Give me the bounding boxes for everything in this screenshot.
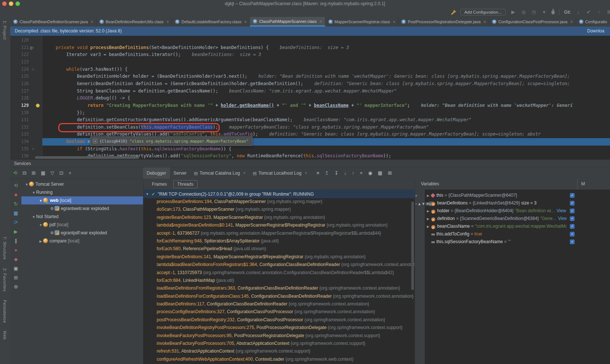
thread-selector[interactable]: ▼ ✔ "RMI TCP Connection(2)-127.0.0.1"@2,… <box>143 190 415 198</box>
push-icon[interactable]: ↑ <box>596 7 602 17</box>
grid-icon[interactable]: ⊞ <box>10 273 21 282</box>
close-tab-icon[interactable]: × <box>320 19 322 24</box>
variable-row[interactable]: oothis.addToConfig = true✓ <box>425 230 610 238</box>
chevron-icon[interactable]: ▼ <box>31 213 36 221</box>
group-by-icon[interactable]: ▦ <box>41 168 45 179</box>
watch-checkbox[interactable]: ✓ <box>570 232 575 237</box>
tab-frames[interactable]: Frames <box>148 180 171 188</box>
debug-icon[interactable] <box>551 10 555 14</box>
editor-tab[interactable]: CBeanDefinitionReaderUtils.class× <box>97 17 172 27</box>
tree-row[interactable]: ▶compare [local] <box>21 237 143 245</box>
tool-window-button-7-structure[interactable]: 7: Structure <box>3 237 7 260</box>
stack-frame-row[interactable]: lambda$loadBeanDefinitionsFromRegistrars… <box>143 261 415 269</box>
variable-row[interactable]: ▶pholder = {BeanDefinitionHolder@6404} "… <box>425 207 610 215</box>
stack-frame-row[interactable]: processConfigBeanDefinitions:327, Config… <box>143 308 415 316</box>
add-service-icon[interactable]: + <box>69 168 72 179</box>
tool-window-button-web[interactable]: Web <box>3 331 7 340</box>
tool-window-button-1-project[interactable]: 1: Project <box>3 21 7 39</box>
watch-checkbox[interactable]: ✓ <box>570 201 575 206</box>
variable-row[interactable]: ▶this = {ClassPathMapperScanner@6407}✓ <box>425 192 610 199</box>
variable-row[interactable]: ▶pbeanDefinitions = {LinkedHashSet@6429}… <box>425 199 610 207</box>
view-link[interactable]: View <box>557 208 566 213</box>
stack-frame-row[interactable]: registerBeanDefinitions:141, MapperScann… <box>143 253 415 261</box>
commit-icon[interactable]: ✔ <box>586 7 592 17</box>
coverage-icon[interactable]: ◎ <box>520 7 526 17</box>
debugger-tab[interactable]: ▤Tomcat Localhost Log× <box>249 168 311 179</box>
intention-bulb-icon[interactable] <box>36 104 40 108</box>
update-project-icon[interactable]: ↓ <box>575 7 581 17</box>
chevron-down-icon[interactable]: ▾ <box>541 7 547 17</box>
code-editor[interactable]: 120121@⊟ private void processBeanDefinit… <box>10 36 610 159</box>
screenshot-icon[interactable]: ▣ <box>10 264 21 273</box>
collapse-all-icon[interactable]: ⊟ <box>22 168 27 179</box>
tool-window-button-2-favorites[interactable]: 2: Favorites <box>3 268 7 291</box>
editor-tab[interactable]: CConfigurationClassPostProcessor.java× <box>489 17 576 27</box>
next-occurrence-icon[interactable]: ↑ <box>352 168 355 179</box>
tab-threads[interactable]: Threads <box>173 180 198 188</box>
stack-frame-row[interactable]: loadBeanDefinitionsForConfigurationClass… <box>143 293 415 300</box>
run-icon[interactable]: ▶ <box>510 7 516 17</box>
run-icon[interactable]: ▶ <box>10 227 21 236</box>
watch-checkbox[interactable]: ✓ <box>570 209 575 213</box>
view-menu-icon[interactable]: ≡ <box>317 168 320 179</box>
stop-icon[interactable]: ■ <box>10 190 21 199</box>
debugger-tab[interactable]: Debugger <box>143 168 170 179</box>
stack-frame-row[interactable]: registerBeanDefinitions:123, MapperScann… <box>143 214 415 221</box>
variable-row[interactable]: ▶pdefinition = {ScannedGenericBeanDefini… <box>425 215 610 223</box>
expand-value-icon[interactable]: + <box>93 139 97 143</box>
stack-frame-row[interactable]: loadBeanDefinitions:117, ConfigurationCl… <box>143 300 415 308</box>
wrench-icon[interactable] <box>451 10 456 15</box>
close-tab-icon[interactable]: × <box>244 20 247 24</box>
filter-icon[interactable]: ▽ <box>50 168 54 179</box>
redeploy-icon[interactable]: ↻ <box>10 199 21 209</box>
chevron-down-icon[interactable]: ▼ <box>146 192 149 196</box>
close-tab-icon[interactable]: × <box>393 20 395 24</box>
close-tab-icon[interactable]: × <box>305 168 307 179</box>
variable-row[interactable]: oothis.sqlSessionFactoryBeanName = ""✓ <box>425 238 610 246</box>
close-tab-icon[interactable]: × <box>570 20 572 24</box>
chevron-icon[interactable]: ▼ <box>38 197 43 205</box>
deploy-all-icon[interactable]: ▦ <box>10 209 21 218</box>
tree-row[interactable]: ▼Tomcat Server <box>21 180 143 188</box>
profiler-icon[interactable]: ◷ <box>531 7 537 17</box>
watch-checkbox[interactable]: ✓ <box>570 216 575 221</box>
close-tab-icon[interactable]: × <box>484 20 486 24</box>
stack-frame-row[interactable]: invokeBeanFactoryPostProcessors:95, Post… <box>143 332 415 340</box>
frames-scrollbar[interactable] <box>411 202 414 290</box>
table-view-icon[interactable]: ▦ <box>378 168 382 179</box>
fold-marker-icon[interactable]: ⊟ <box>32 44 34 52</box>
stack-frame-row[interactable]: lambda$registerBeanDefinitions$0:141, Ma… <box>143 221 415 229</box>
editor-tab[interactable]: CPostProcessorRegistrationDelegate.java× <box>398 17 489 27</box>
stack-frame-row[interactable]: forEach:684, LinkedHashMap {java.util} <box>143 277 415 284</box>
chevron-icon[interactable]: ▼ <box>31 189 36 197</box>
pin-tab-icon[interactable]: ◉ <box>368 168 372 179</box>
close-tab-icon[interactable]: × <box>167 20 169 24</box>
tree-row[interactable]: ▼Running <box>21 188 143 196</box>
tree-row[interactable]: ⚙egrantweb:war exploded <box>21 204 143 213</box>
settings-icon[interactable]: ⚙ <box>10 282 21 291</box>
stack-frame-row[interactable]: loadBeanDefinitionsFromRegistrars:363, C… <box>143 284 415 292</box>
editor-tab[interactable]: CConfiguratio <box>576 17 610 27</box>
variable-row[interactable]: ▶pbeanClassName = "com.iris.egrant.app.w… <box>425 223 610 230</box>
fold-marker-icon[interactable]: ⊟ <box>32 66 34 73</box>
move-up-icon[interactable]: ▲ <box>417 202 421 206</box>
view-link[interactable]: View <box>558 216 567 221</box>
prev-occurrence-icon[interactable]: ↓ <box>344 168 346 179</box>
tree-row[interactable]: ▼▶web [local] <box>21 196 143 204</box>
stack-frame-row[interactable]: doScan:173, ClassPathMapperScanner {org.… <box>143 206 415 213</box>
update-resources-icon[interactable]: ⟳ <box>10 218 21 227</box>
debugger-tab[interactable]: Server <box>170 168 190 179</box>
tool-window-button-persistence[interactable]: Persistence <box>3 300 7 323</box>
stack-frame-row[interactable]: invokeBeanDefinitionRegistryPostProcesso… <box>143 324 415 332</box>
close-tab-icon[interactable]: × <box>243 168 245 179</box>
chevron-icon[interactable]: ▶ <box>38 237 43 245</box>
fold-marker-icon[interactable]: ⊟ <box>32 146 34 153</box>
expand-all-icon[interactable]: ⊞ <box>32 168 36 179</box>
editor-tab[interactable]: CClassPathMapperScanner.class× <box>250 17 325 27</box>
editor-tab[interactable]: CClassPathBeanDefinitionScanner.java× <box>10 17 97 27</box>
add-configuration-button[interactable]: Add Configuration... <box>460 9 506 15</box>
stack-frame-row[interactable]: refresh:531, AbstractApplicationContext … <box>143 347 415 355</box>
watch-checkbox[interactable]: ✓ <box>570 193 575 198</box>
watch-checkbox[interactable]: ✓ <box>570 239 575 244</box>
hot-swap-icon[interactable]: ◆ <box>10 255 21 264</box>
